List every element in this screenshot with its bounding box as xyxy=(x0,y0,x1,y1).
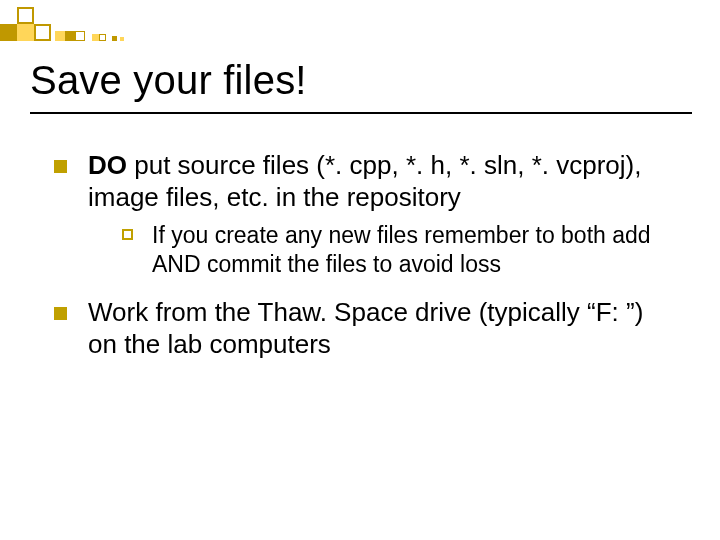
bullet-text: Work from the Thaw. Space drive (typical… xyxy=(88,297,643,359)
sub-bullet-lead: If xyxy=(152,222,165,248)
slide-title: Save your files! xyxy=(30,58,307,103)
square-bullet-icon xyxy=(54,160,67,173)
bullet-bold: DO xyxy=(88,150,127,180)
corner-ornament xyxy=(0,0,180,48)
bullet-text: put source files (*. cpp, *. h, *. sln, … xyxy=(88,150,641,212)
slide: Save your files! DO put source files (*.… xyxy=(0,0,720,540)
sub-bullet-item: If you create any new files remember to … xyxy=(122,221,674,279)
sub-bullet-text: you create any new files remember to bot… xyxy=(152,222,651,277)
slide-body: DO put source files (*. cpp, *. h, *. sl… xyxy=(54,150,674,378)
bullet-item: Work from the Thaw. Space drive (typical… xyxy=(54,297,674,360)
square-bullet-icon xyxy=(54,307,67,320)
title-underline xyxy=(30,112,692,114)
bullet-item: DO put source files (*. cpp, *. h, *. sl… xyxy=(54,150,674,279)
outline-square-bullet-icon xyxy=(122,229,133,240)
